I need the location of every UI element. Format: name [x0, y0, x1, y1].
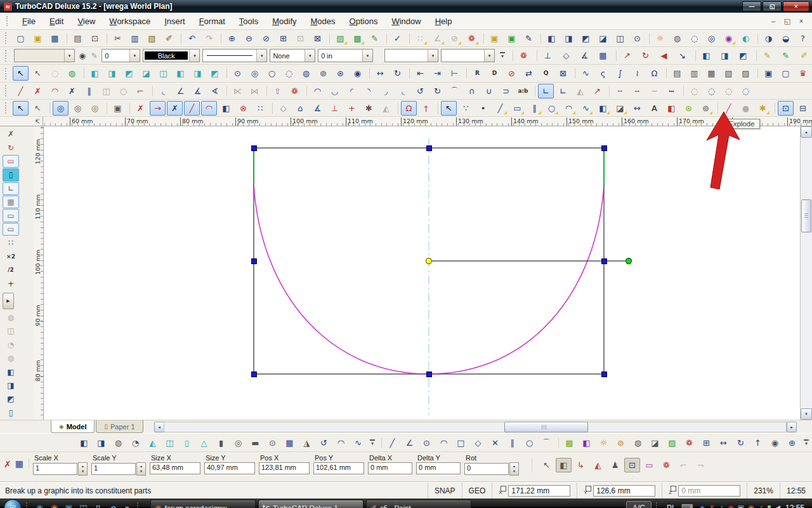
dline-2d-icon[interactable]: ∥ — [504, 436, 520, 450]
parallel-icon[interactable]: ∥ — [81, 84, 97, 98]
torus-icon[interactable]: ◎ — [230, 436, 246, 450]
radius-rotation-handle[interactable] — [626, 258, 632, 264]
quick-tool-icon[interactable]: Q — [538, 66, 554, 81]
spray-icon[interactable]: ✱ — [755, 101, 771, 116]
mirror-icon[interactable]: ◫ — [98, 84, 114, 98]
hatch-circle-icon[interactable]: ◍ — [3, 352, 19, 364]
box-center-icon[interactable]: ◧ — [173, 66, 188, 81]
rotate-tool-icon[interactable]: ↻ — [390, 66, 405, 81]
snap-angle-icon[interactable]: ◇ — [275, 101, 291, 116]
snap-plane-icon[interactable]: ◭ — [378, 101, 394, 116]
display-icon[interactable]: ▣ — [737, 504, 744, 508]
zoom-in-icon[interactable]: ⊕ — [224, 31, 240, 46]
dim-horizontal-icon[interactable]: ⇤ — [412, 66, 428, 81]
sweep-pen1-icon[interactable]: ✎ — [759, 48, 775, 63]
cancel-icon[interactable]: ✗ — [4, 459, 11, 469]
cube-circle-icon[interactable]: ◔ — [3, 338, 19, 351]
camera-icon[interactable]: ▣ — [110, 101, 126, 116]
dash-style1-icon[interactable]: ╌ — [612, 84, 628, 98]
stamp-icon[interactable]: ♟ — [607, 458, 623, 472]
close-button[interactable]: × — [783, 1, 809, 11]
curve-sketch-icon[interactable]: ≀ — [629, 66, 645, 81]
texture-icon[interactable]: ▨ — [664, 436, 680, 450]
walk-icon[interactable]: ↑ — [750, 436, 766, 450]
move-tool-icon[interactable]: ↔ — [372, 66, 388, 81]
curve-tool-icon[interactable]: ∿ — [578, 101, 594, 116]
bool-add-icon[interactable]: ◧ — [3, 365, 19, 378]
alert-icon[interactable]: ◉ — [728, 504, 734, 508]
arc-node6-icon[interactable]: ◟ — [395, 84, 411, 98]
hatch-diag-icon[interactable]: ▧ — [721, 66, 737, 81]
arc-edit-icon[interactable]: ◠ — [47, 84, 63, 98]
vertical-scroll-thumb[interactable] — [801, 199, 811, 232]
line-tool-icon[interactable]: ╱ — [492, 101, 508, 116]
select-edge-icon[interactable]: ↳ — [573, 458, 589, 472]
grid-x-icon[interactable]: ∷ — [3, 236, 19, 249]
z-coordinate-field[interactable]: 0 mm — [678, 485, 740, 497]
trim-icon[interactable]: ✗ — [64, 84, 80, 98]
zoom-window-icon[interactable]: ⊠ — [310, 31, 325, 46]
extra-dropdown-2[interactable]: ▾ — [441, 49, 495, 62]
task-turbocad[interactable]: tc TurboCAD Deluxe 1... — [258, 500, 363, 508]
menu-item[interactable]: Workspace — [102, 15, 157, 28]
spinner[interactable]: ▴▾ — [78, 462, 88, 476]
drawing-canvas[interactable] — [44, 126, 800, 420]
print-icon[interactable]: ▤ — [70, 31, 86, 46]
ie-icon[interactable]: e — [107, 503, 118, 508]
mesh-icon[interactable]: ▦ — [282, 436, 298, 450]
no-entity-icon[interactable]: ⊘ — [504, 66, 520, 81]
fit-view-icon[interactable]: ⊞ — [698, 436, 714, 450]
child-restore-button[interactable]: ◱ — [783, 17, 792, 25]
render-mode-icon[interactable]: ◍ — [669, 31, 685, 46]
node-edit-icon[interactable]: ↖ — [30, 101, 46, 116]
layer-dropdown[interactable]: ▾ — [14, 49, 75, 62]
block-queen-icon[interactable]: ♛ — [795, 66, 811, 81]
environment-icon[interactable]: ◐ — [738, 31, 754, 46]
scalebar2-icon[interactable]: ▭ — [3, 223, 19, 236]
measure-line-icon[interactable]: ╱ — [721, 101, 737, 116]
print-preview-icon[interactable]: ⊡ — [87, 31, 103, 46]
field-value[interactable]: 123,81 mm — [259, 462, 310, 474]
circle-concentric-icon[interactable]: ◎ — [247, 66, 263, 81]
wireframe-icon[interactable]: ◌ — [686, 31, 702, 46]
select-3d-icon[interactable]: ◧ — [556, 458, 572, 472]
explode-options-icon[interactable]: ⊟ — [795, 101, 811, 116]
curve-closed-icon[interactable]: Ω — [646, 66, 662, 81]
chamfer-icon[interactable]: ∠ — [173, 84, 188, 98]
move-3d-icon[interactable]: ↔ — [629, 101, 645, 116]
cone-icon[interactable]: △ — [196, 436, 212, 450]
text-tool-icon[interactable]: A — [646, 101, 662, 116]
cylinder-tool-icon[interactable]: ▯ — [3, 406, 19, 419]
menu-item[interactable]: View — [70, 15, 102, 28]
angle-snap-icon[interactable]: ∠ — [429, 31, 445, 46]
snap-star-icon[interactable]: ✱ — [361, 101, 377, 116]
zoom-3d-icon[interactable]: ⊕ — [784, 436, 800, 450]
arc-node2-icon[interactable]: ◡ — [327, 84, 343, 98]
image-manager-icon[interactable]: ▩ — [350, 31, 365, 46]
fillet-icon[interactable]: ◟ — [155, 84, 171, 98]
sweep-pen2-icon[interactable]: ✎ — [778, 48, 794, 63]
dim-vertical-icon[interactable]: ⇥ — [429, 66, 445, 81]
arrow-flag-icon[interactable]: ◀ — [656, 48, 672, 63]
group-chevron[interactable]: ▾ — [367, 436, 377, 450]
spinner[interactable]: ▴▾ — [136, 462, 146, 476]
cross-2d-icon[interactable]: ✕ — [487, 436, 503, 450]
firefox-icon[interactable]: ◉ — [49, 503, 60, 508]
pen-weight-dropdown[interactable]: 0▾ — [102, 49, 140, 62]
polyline-2d-icon[interactable]: ∠ — [402, 436, 417, 450]
line-style-dropdown[interactable]: ▾ — [202, 49, 267, 62]
shadow-icon[interactable]: ◪ — [647, 436, 663, 450]
language-indicator[interactable]: PL — [664, 504, 679, 508]
edit-line-icon[interactable]: ╱ — [13, 84, 29, 98]
vase-icon[interactable]: ▮ — [213, 436, 229, 450]
ellipse-2d-icon[interactable]: ○ — [521, 436, 537, 450]
insert-picture-icon[interactable]: ▨ — [332, 31, 348, 46]
snap-arc-icon[interactable]: ◠ — [201, 101, 217, 116]
sphere-gray-icon[interactable]: ● — [738, 101, 754, 116]
material-icon[interactable]: ◉ — [721, 31, 737, 46]
pen-tool-icon[interactable]: ✎ — [367, 31, 383, 46]
arc-super-icon[interactable]: ⊃ — [498, 84, 514, 98]
dim-parallel-icon[interactable]: ⊢ — [447, 66, 462, 81]
rect-tool-icon[interactable]: ▭ — [509, 101, 525, 116]
snap-grid-icon[interactable]: ∷ — [252, 101, 268, 116]
